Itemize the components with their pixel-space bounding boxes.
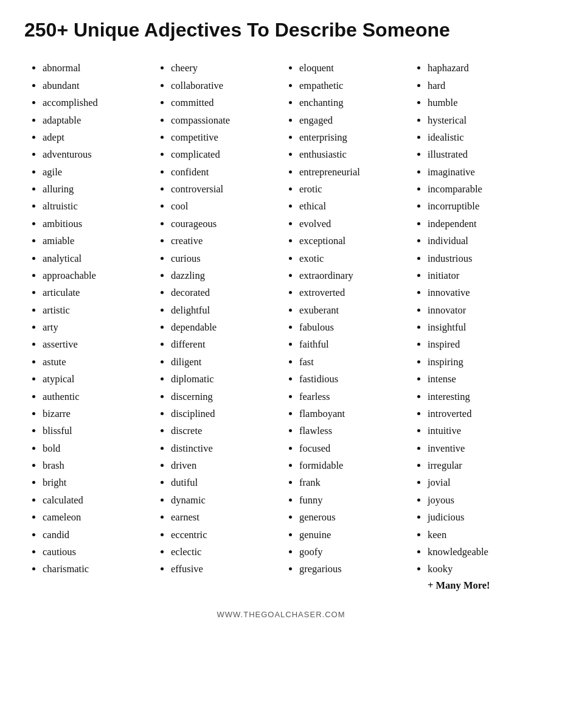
- list-item: innovative: [428, 284, 532, 301]
- list-item: enthusiastic: [299, 146, 403, 163]
- list-item: hard: [428, 77, 532, 94]
- list-item: calculated: [43, 492, 147, 509]
- list-col3: eloquent empathetic enchanting engaged e…: [287, 60, 403, 578]
- list-item: empathetic: [299, 77, 403, 94]
- list-item: funny: [299, 492, 403, 509]
- list-item: fastidious: [299, 371, 403, 388]
- list-item: blissful: [43, 422, 147, 439]
- list-item: generous: [299, 509, 403, 526]
- columns-container: abnormal abundant accomplished adaptable…: [24, 60, 538, 591]
- list-item: exuberant: [299, 302, 403, 319]
- list-item: adaptable: [43, 112, 147, 129]
- column-3: eloquent empathetic enchanting engaged e…: [281, 60, 409, 591]
- list-item: interesting: [428, 388, 532, 405]
- list-item: exceptional: [299, 233, 403, 250]
- list-col2: cheery collaborative committed compassio…: [159, 60, 275, 578]
- list-item: complicated: [171, 146, 275, 163]
- list-item: intuitive: [428, 422, 532, 439]
- list-item: creative: [171, 233, 275, 250]
- list-item: accomplished: [43, 94, 147, 111]
- column-2: cheery collaborative committed compassio…: [153, 60, 281, 591]
- list-item: decorated: [171, 284, 275, 301]
- list-item: artistic: [43, 302, 147, 319]
- list-item: diligent: [171, 354, 275, 371]
- list-item: idealistic: [428, 129, 532, 146]
- list-item: eccentric: [171, 527, 275, 544]
- list-item: enterprising: [299, 129, 403, 146]
- list-item: flawless: [299, 422, 403, 439]
- list-item: curious: [171, 250, 275, 267]
- list-item: joyous: [428, 492, 532, 509]
- list-item: exotic: [299, 250, 403, 267]
- column-4: haphazard hard humble hysterical idealis…: [409, 60, 538, 591]
- list-item: analytical: [43, 250, 147, 267]
- list-item: jovial: [428, 474, 532, 491]
- page-title: 250+ Unique Adjectives To Describe Someo…: [24, 18, 538, 41]
- list-item: judicious: [428, 509, 532, 526]
- list-item: industrious: [428, 250, 532, 267]
- list-item: competitive: [171, 129, 275, 146]
- list-item: cautious: [43, 544, 147, 561]
- list-item: controversial: [171, 181, 275, 198]
- list-item: introverted: [428, 405, 532, 422]
- list-item: frank: [299, 474, 403, 491]
- list-item: cheery: [171, 60, 275, 77]
- list-item: atypical: [43, 371, 147, 388]
- list-item: kooky: [428, 561, 532, 578]
- list-item: compassionate: [171, 112, 275, 129]
- column-1: abnormal abundant accomplished adaptable…: [24, 60, 153, 591]
- list-item: initiator: [428, 267, 532, 284]
- list-item: inspiring: [428, 354, 532, 371]
- list-item: independent: [428, 215, 532, 233]
- list-item: inventive: [428, 440, 532, 457]
- list-item: astute: [43, 354, 147, 371]
- list-item: abnormal: [43, 60, 147, 77]
- list-item: collaborative: [171, 77, 275, 94]
- list-item: candid: [43, 527, 147, 544]
- list-item: fast: [299, 354, 403, 371]
- list-item: incomparable: [428, 181, 532, 198]
- list-item: dependable: [171, 319, 275, 336]
- list-item: humble: [428, 94, 532, 111]
- list-item: distinctive: [171, 440, 275, 457]
- list-item: hysterical: [428, 112, 532, 129]
- list-col1: abnormal abundant accomplished adaptable…: [30, 60, 147, 578]
- list-item: courageous: [171, 215, 275, 233]
- list-item: focused: [299, 440, 403, 457]
- list-item: goofy: [299, 544, 403, 561]
- list-item: gregarious: [299, 561, 403, 578]
- list-item: brash: [43, 457, 147, 474]
- list-item: knowledgeable: [428, 544, 532, 561]
- list-item: agile: [43, 164, 147, 181]
- list-item: insightful: [428, 319, 532, 336]
- list-item: effusive: [171, 561, 275, 578]
- list-item: individual: [428, 233, 532, 250]
- list-item: extroverted: [299, 284, 403, 301]
- list-item: ambitious: [43, 215, 147, 233]
- list-item: dazzling: [171, 267, 275, 284]
- list-item: altruistic: [43, 198, 147, 215]
- list-item: inspired: [428, 336, 532, 353]
- list-item: faithful: [299, 336, 403, 353]
- list-item: formidable: [299, 457, 403, 474]
- list-item: delightful: [171, 302, 275, 319]
- list-item: driven: [171, 457, 275, 474]
- list-item: keen: [428, 527, 532, 544]
- list-item: committed: [171, 94, 275, 111]
- list-item: discrete: [171, 422, 275, 439]
- list-item: amiable: [43, 233, 147, 250]
- list-item: authentic: [43, 388, 147, 405]
- list-item: adept: [43, 129, 147, 146]
- list-item: assertive: [43, 336, 147, 353]
- list-item: genuine: [299, 527, 403, 544]
- list-item: fearless: [299, 388, 403, 405]
- list-item: adventurous: [43, 146, 147, 163]
- list-item: dutiful: [171, 474, 275, 491]
- list-item: evolved: [299, 215, 403, 233]
- list-item: different: [171, 336, 275, 353]
- list-item: eloquent: [299, 60, 403, 77]
- list-item: erotic: [299, 181, 403, 198]
- list-item: diplomatic: [171, 371, 275, 388]
- list-col4: haphazard hard humble hysterical idealis…: [415, 60, 532, 578]
- list-item: earnest: [171, 509, 275, 526]
